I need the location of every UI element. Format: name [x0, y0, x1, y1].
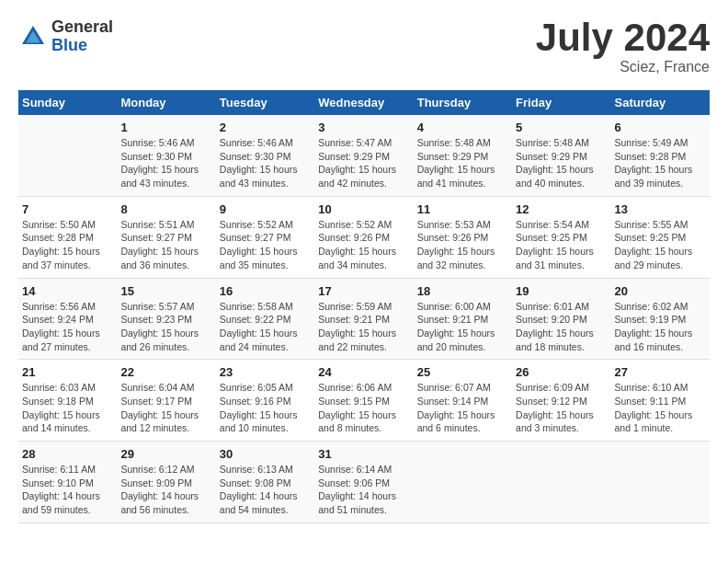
calendar-cell — [512, 442, 610, 523]
calendar-week-row: 14Sunrise: 5:56 AM Sunset: 9:24 PM Dayli… — [18, 278, 710, 360]
day-number: 16 — [220, 284, 311, 298]
day-number: 10 — [318, 202, 409, 216]
day-number: 1 — [120, 121, 211, 134]
cell-info: Sunrise: 6:10 AM Sunset: 9:11 PM Dayligh… — [615, 381, 706, 435]
calendar-cell: 17Sunrise: 5:59 AM Sunset: 9:21 PM Dayli… — [314, 278, 413, 360]
day-number: 7 — [22, 202, 113, 216]
day-number: 27 — [615, 365, 706, 379]
calendar-header-row: SundayMondayTuesdayWednesdayThursdayFrid… — [18, 90, 710, 115]
header-tuesday: Tuesday — [216, 90, 314, 115]
calendar-cell: 19Sunrise: 6:01 AM Sunset: 9:20 PM Dayli… — [512, 278, 610, 360]
day-number: 8 — [120, 202, 211, 216]
day-number: 14 — [22, 284, 113, 298]
calendar-cell: 27Sunrise: 6:10 AM Sunset: 9:11 PM Dayli… — [611, 360, 710, 442]
calendar-cell: 25Sunrise: 6:07 AM Sunset: 9:14 PM Dayli… — [414, 360, 512, 442]
day-number: 6 — [615, 121, 706, 134]
logo-text: General Blue — [51, 18, 113, 55]
calendar-cell: 18Sunrise: 6:00 AM Sunset: 9:21 PM Dayli… — [414, 278, 512, 360]
cell-info: Sunrise: 6:03 AM Sunset: 9:18 PM Dayligh… — [22, 381, 113, 435]
calendar-cell: 29Sunrise: 6:12 AM Sunset: 9:09 PM Dayli… — [117, 442, 215, 523]
cell-info: Sunrise: 5:53 AM Sunset: 9:26 PM Dayligh… — [417, 218, 508, 272]
calendar-cell: 1Sunrise: 5:46 AM Sunset: 9:30 PM Daylig… — [117, 115, 215, 196]
calendar-cell: 20Sunrise: 6:02 AM Sunset: 9:19 PM Dayli… — [611, 278, 710, 360]
day-number: 29 — [120, 447, 211, 461]
day-number: 12 — [516, 202, 607, 216]
calendar-cell: 11Sunrise: 5:53 AM Sunset: 9:26 PM Dayli… — [414, 196, 512, 278]
month-title: July 2024 — [536, 18, 710, 57]
logo-blue: Blue — [51, 37, 113, 55]
header-friday: Friday — [512, 90, 610, 115]
day-number: 2 — [220, 121, 311, 134]
cell-info: Sunrise: 5:47 AM Sunset: 9:29 PM Dayligh… — [318, 136, 409, 190]
calendar-cell: 15Sunrise: 5:57 AM Sunset: 9:23 PM Dayli… — [117, 278, 215, 360]
cell-info: Sunrise: 6:13 AM Sunset: 9:08 PM Dayligh… — [220, 463, 311, 517]
day-number: 3 — [318, 121, 409, 134]
calendar-cell: 6Sunrise: 5:49 AM Sunset: 9:28 PM Daylig… — [611, 115, 710, 196]
day-number: 31 — [318, 447, 409, 461]
calendar-cell: 4Sunrise: 5:48 AM Sunset: 9:29 PM Daylig… — [414, 115, 512, 196]
day-number: 13 — [615, 202, 706, 216]
cell-info: Sunrise: 5:48 AM Sunset: 9:29 PM Dayligh… — [417, 136, 508, 190]
calendar-cell: 31Sunrise: 6:14 AM Sunset: 9:06 PM Dayli… — [314, 442, 413, 523]
cell-info: Sunrise: 6:11 AM Sunset: 9:10 PM Dayligh… — [22, 463, 113, 517]
cell-info: Sunrise: 5:52 AM Sunset: 9:26 PM Dayligh… — [318, 218, 409, 272]
cell-info: Sunrise: 5:56 AM Sunset: 9:24 PM Dayligh… — [22, 300, 113, 354]
calendar-week-row: 28Sunrise: 6:11 AM Sunset: 9:10 PM Dayli… — [18, 442, 710, 523]
cell-info: Sunrise: 5:52 AM Sunset: 9:27 PM Dayligh… — [220, 218, 311, 272]
logo-icon — [18, 22, 48, 52]
logo: General Blue — [18, 18, 113, 55]
calendar-cell: 21Sunrise: 6:03 AM Sunset: 9:18 PM Dayli… — [18, 360, 117, 442]
day-number: 17 — [318, 284, 409, 298]
calendar-week-row: 7Sunrise: 5:50 AM Sunset: 9:28 PM Daylig… — [18, 196, 710, 278]
day-number: 23 — [220, 365, 311, 379]
cell-info: Sunrise: 6:09 AM Sunset: 9:12 PM Dayligh… — [516, 381, 607, 435]
cell-info: Sunrise: 6:01 AM Sunset: 9:20 PM Dayligh… — [516, 300, 607, 354]
cell-info: Sunrise: 6:02 AM Sunset: 9:19 PM Dayligh… — [615, 300, 706, 354]
day-number: 11 — [417, 202, 508, 216]
cell-info: Sunrise: 6:05 AM Sunset: 9:16 PM Dayligh… — [220, 381, 311, 435]
calendar-cell — [18, 115, 117, 196]
cell-info: Sunrise: 6:12 AM Sunset: 9:09 PM Dayligh… — [120, 463, 211, 517]
calendar-cell: 5Sunrise: 5:48 AM Sunset: 9:29 PM Daylig… — [512, 115, 610, 196]
header-monday: Monday — [117, 90, 215, 115]
calendar-cell: 23Sunrise: 6:05 AM Sunset: 9:16 PM Dayli… — [216, 360, 314, 442]
calendar-cell: 3Sunrise: 5:47 AM Sunset: 9:29 PM Daylig… — [314, 115, 413, 196]
header-saturday: Saturday — [611, 90, 710, 115]
calendar-week-row: 21Sunrise: 6:03 AM Sunset: 9:18 PM Dayli… — [18, 360, 710, 442]
calendar-cell: 8Sunrise: 5:51 AM Sunset: 9:27 PM Daylig… — [117, 196, 215, 278]
calendar-cell: 14Sunrise: 5:56 AM Sunset: 9:24 PM Dayli… — [18, 278, 117, 360]
day-number: 4 — [417, 121, 508, 134]
calendar-cell: 22Sunrise: 6:04 AM Sunset: 9:17 PM Dayli… — [117, 360, 215, 442]
calendar-cell: 13Sunrise: 5:55 AM Sunset: 9:25 PM Dayli… — [611, 196, 710, 278]
calendar-cell — [414, 442, 512, 523]
calendar-cell: 9Sunrise: 5:52 AM Sunset: 9:27 PM Daylig… — [216, 196, 314, 278]
calendar-week-row: 1Sunrise: 5:46 AM Sunset: 9:30 PM Daylig… — [18, 115, 710, 196]
day-number: 25 — [417, 365, 508, 379]
calendar-cell — [611, 442, 710, 523]
logo-general: General — [51, 18, 113, 37]
day-number: 22 — [120, 365, 211, 379]
cell-info: Sunrise: 6:00 AM Sunset: 9:21 PM Dayligh… — [417, 300, 508, 354]
location: Sciez, France — [536, 59, 710, 75]
cell-info: Sunrise: 5:54 AM Sunset: 9:25 PM Dayligh… — [516, 218, 607, 272]
cell-info: Sunrise: 5:46 AM Sunset: 9:30 PM Dayligh… — [120, 136, 211, 190]
cell-info: Sunrise: 6:04 AM Sunset: 9:17 PM Dayligh… — [120, 381, 211, 435]
calendar-cell: 26Sunrise: 6:09 AM Sunset: 9:12 PM Dayli… — [512, 360, 610, 442]
cell-info: Sunrise: 5:58 AM Sunset: 9:22 PM Dayligh… — [220, 300, 311, 354]
cell-info: Sunrise: 5:51 AM Sunset: 9:27 PM Dayligh… — [120, 218, 211, 272]
day-number: 9 — [220, 202, 311, 216]
cell-info: Sunrise: 5:48 AM Sunset: 9:29 PM Dayligh… — [516, 136, 607, 190]
calendar-cell: 10Sunrise: 5:52 AM Sunset: 9:26 PM Dayli… — [314, 196, 413, 278]
cell-info: Sunrise: 5:57 AM Sunset: 9:23 PM Dayligh… — [120, 300, 211, 354]
cell-info: Sunrise: 5:50 AM Sunset: 9:28 PM Dayligh… — [22, 218, 113, 272]
day-number: 28 — [22, 447, 113, 461]
day-number: 19 — [516, 284, 607, 298]
cell-info: Sunrise: 5:59 AM Sunset: 9:21 PM Dayligh… — [318, 300, 409, 354]
calendar-cell: 24Sunrise: 6:06 AM Sunset: 9:15 PM Dayli… — [314, 360, 413, 442]
day-number: 24 — [318, 365, 409, 379]
header-sunday: Sunday — [18, 90, 117, 115]
header-wednesday: Wednesday — [314, 90, 413, 115]
day-number: 26 — [516, 365, 607, 379]
cell-info: Sunrise: 6:06 AM Sunset: 9:15 PM Dayligh… — [318, 381, 409, 435]
title-block: July 2024 Sciez, France — [536, 18, 710, 75]
